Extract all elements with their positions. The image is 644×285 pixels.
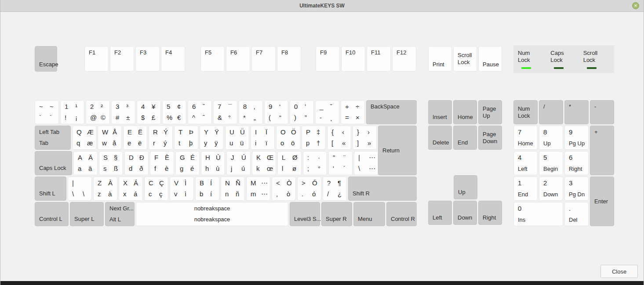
key-shift-l[interactable]: Shift L bbox=[35, 177, 66, 201]
key-f5[interactable]: F5 bbox=[200, 46, 225, 72]
key-k[interactable]: KŒkœ bbox=[252, 151, 276, 175]
key-backslash[interactable]: |⋯\⋯ bbox=[354, 151, 378, 175]
key-super-r[interactable]: Super R bbox=[321, 202, 352, 226]
key-w[interactable]: WÅwå bbox=[98, 126, 122, 150]
key-level3[interactable]: Level3 S... bbox=[290, 202, 320, 226]
key-f[interactable]: FÈfè bbox=[150, 151, 174, 175]
key-kp-enter[interactable]: Enter bbox=[590, 177, 614, 226]
key-a[interactable]: AÄaä bbox=[73, 151, 98, 175]
close-button[interactable]: Close bbox=[600, 265, 638, 278]
key-kp-8[interactable]: 8Up bbox=[539, 126, 563, 150]
key-r[interactable]: RÝrý bbox=[149, 126, 173, 150]
key-backspace[interactable]: BackSpace bbox=[366, 100, 417, 124]
key-minus[interactable]: _˘-¸ bbox=[315, 100, 339, 124]
key-d7[interactable]: 7¯&° bbox=[213, 100, 237, 124]
key-f1[interactable]: F1 bbox=[84, 46, 109, 72]
key-h[interactable]: HÙhù bbox=[201, 151, 225, 175]
key-scroll-lock-key[interactable]: Scroll Lock bbox=[453, 46, 477, 72]
key-n[interactable]: NÑnñ bbox=[221, 177, 245, 201]
key-d3[interactable]: 3³#± bbox=[111, 100, 135, 124]
key-d8[interactable]: 8‚*„ bbox=[239, 100, 263, 124]
key-kp-4[interactable]: 4Left bbox=[513, 151, 538, 175]
key-page-up[interactable]: Page Up bbox=[478, 100, 502, 124]
key-shift-r[interactable]: Shift R bbox=[348, 177, 417, 201]
key-pipe[interactable]: |\\ bbox=[68, 177, 92, 201]
key-q[interactable]: QÆqæ bbox=[72, 126, 96, 150]
key-right[interactable]: Right bbox=[478, 201, 502, 225]
key-super-l[interactable]: Super L bbox=[70, 202, 104, 226]
key-f11[interactable]: F11 bbox=[367, 46, 391, 72]
key-control-l[interactable]: Control L bbox=[35, 202, 69, 226]
key-num-lock[interactable]: Num Lock bbox=[513, 100, 538, 124]
key-kp-subtract[interactable]: - bbox=[590, 100, 614, 124]
key-b[interactable]: BÍbí bbox=[195, 177, 219, 201]
key-caps-lock[interactable]: Caps Lock bbox=[35, 151, 72, 175]
key-home[interactable]: Home bbox=[453, 100, 477, 124]
key-quote[interactable]: "¨'´ bbox=[328, 151, 353, 175]
key-equal[interactable]: +÷=× bbox=[341, 100, 365, 124]
key-d9[interactable]: 9‘(“ bbox=[264, 100, 288, 124]
key-p[interactable]: P‡p† bbox=[302, 126, 326, 150]
key-kp-1[interactable]: 1End bbox=[513, 177, 538, 201]
key-d[interactable]: DÐdð bbox=[124, 151, 149, 175]
key-control-r[interactable]: Control R bbox=[386, 202, 417, 226]
key-kp-6[interactable]: 6Right bbox=[564, 151, 589, 175]
key-f2[interactable]: F2 bbox=[110, 46, 134, 72]
key-period[interactable]: >Ó.ó bbox=[297, 177, 321, 201]
key-kp-divide[interactable]: / bbox=[539, 100, 563, 124]
key-tab[interactable]: Left TabTab bbox=[35, 126, 71, 150]
key-i[interactable]: IÏiï bbox=[251, 126, 275, 150]
key-delete[interactable]: Delete bbox=[428, 126, 452, 150]
key-d5[interactable]: 5¢%€ bbox=[162, 100, 186, 124]
key-kp-3[interactable]: 3Pg Dn bbox=[564, 177, 589, 201]
key-f8[interactable]: F8 bbox=[277, 46, 301, 72]
key-f10[interactable]: F10 bbox=[341, 46, 365, 72]
key-l[interactable]: LØlø bbox=[277, 151, 302, 175]
key-up[interactable]: Up bbox=[454, 175, 477, 199]
key-g[interactable]: GÉgé bbox=[175, 151, 200, 175]
close-window-button[interactable]: ✕ bbox=[632, 2, 639, 9]
key-d0[interactable]: 0’)” bbox=[290, 100, 314, 124]
key-end[interactable]: End bbox=[453, 126, 477, 150]
key-kp-5[interactable]: 5Begin bbox=[539, 151, 563, 175]
key-f4[interactable]: F4 bbox=[161, 46, 185, 72]
key-t[interactable]: TÞtþ bbox=[174, 126, 198, 150]
key-o[interactable]: OÖoö bbox=[276, 126, 300, 150]
key-c[interactable]: CÇcç bbox=[144, 177, 168, 201]
key-f3[interactable]: F3 bbox=[135, 46, 160, 72]
key-semicolon[interactable]: :·;° bbox=[303, 151, 327, 175]
key-e[interactable]: EËeë bbox=[123, 126, 147, 150]
key-v[interactable]: VÌvì bbox=[170, 177, 194, 201]
key-kp-0[interactable]: 0Ins bbox=[513, 202, 563, 226]
key-insert[interactable]: Insert bbox=[428, 100, 452, 124]
key-menu[interactable]: Menu bbox=[353, 202, 385, 226]
key-d1[interactable]: 1¹!¡ bbox=[60, 100, 84, 124]
key-page-down[interactable]: Page Down bbox=[478, 126, 502, 150]
key-j[interactable]: JÚjú bbox=[226, 151, 251, 175]
key-bracket-right[interactable]: }›]» bbox=[353, 126, 377, 150]
key-slash[interactable]: ?¶/¿ bbox=[323, 177, 347, 201]
key-left[interactable]: Left bbox=[428, 201, 452, 225]
key-y[interactable]: YŸyÿ bbox=[200, 126, 224, 150]
key-pause[interactable]: Pause bbox=[478, 46, 502, 72]
key-f7[interactable]: F7 bbox=[251, 46, 276, 72]
key-z[interactable]: ZÀzà bbox=[93, 177, 117, 201]
key-kp-add[interactable]: + bbox=[590, 126, 614, 175]
key-space[interactable]: nobreakspacenobreakspace bbox=[136, 202, 288, 226]
key-kp-9[interactable]: 9Pg Up bbox=[564, 126, 589, 150]
key-alt-l[interactable]: Next Gr...Alt L bbox=[105, 202, 135, 226]
key-kp-multiply[interactable]: * bbox=[564, 100, 589, 124]
key-bracket-left[interactable]: {‹[« bbox=[327, 126, 351, 150]
key-escape[interactable]: Escape bbox=[35, 46, 57, 72]
key-s[interactable]: S§sß bbox=[99, 151, 123, 175]
key-kp-dot[interactable]: .Del bbox=[564, 202, 589, 226]
key-kp-7[interactable]: 7Home bbox=[513, 126, 538, 150]
key-u[interactable]: UÜuü bbox=[225, 126, 249, 150]
key-return[interactable]: Return bbox=[378, 126, 417, 175]
key-d2[interactable]: 2²@© bbox=[86, 100, 110, 124]
key-down[interactable]: Down bbox=[453, 201, 477, 225]
key-f9[interactable]: F9 bbox=[316, 46, 340, 72]
key-d4[interactable]: 4¥$£ bbox=[137, 100, 161, 124]
key-f6[interactable]: F6 bbox=[226, 46, 250, 72]
key-grave[interactable]: ~~`` bbox=[35, 100, 59, 124]
